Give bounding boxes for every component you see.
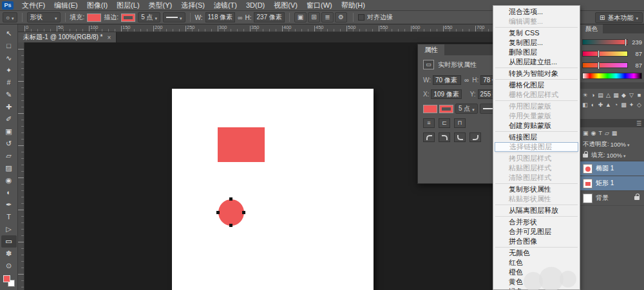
adjustment-icon-15[interactable]: ✦ [628,100,635,109]
context-menu-item-7[interactable]: 转换为智能对象 [493,69,580,78]
path-selection-tool[interactable]: ▷ [1,223,17,235]
menubar-item-5[interactable]: 类型(Y) [144,0,177,11]
link-wh-icon[interactable]: ∞ [463,77,470,84]
slider-thumb[interactable] [625,39,627,46]
layer-fill-value[interactable]: 100% [607,152,622,159]
move-tool[interactable]: ↖ [1,28,17,40]
slider-thumb[interactable] [598,50,600,58]
gradient-tool[interactable]: ▨ [1,162,17,174]
menubar-item-3[interactable]: 图像(I) [82,0,112,11]
blur-tool[interactable]: ◉ [1,174,17,186]
chevron-down-icon[interactable] [623,152,626,159]
menubar-item-11[interactable]: 帮助(H) [337,0,370,11]
ellipse-anchor-right[interactable] [242,211,245,214]
context-menu-item-28[interactable]: 绿色 [493,287,580,290]
adjustment-icon-16[interactable]: ◇ [636,100,643,109]
type-tool[interactable]: T [1,211,17,223]
path-arrange-icon[interactable]: ≣ [321,12,334,23]
context-menu-item-22[interactable]: 合并可见图层 [493,227,580,237]
prop-width-input[interactable]: 70 像素 [433,75,461,85]
marquee-tool[interactable]: □ [1,40,17,52]
context-menu-item-1[interactable]: 混合选项... [493,7,580,17]
document-canvas[interactable] [172,89,374,290]
properties-tab[interactable]: 属性 [418,44,444,55]
stroke-align-icon[interactable]: ≡ [423,118,435,128]
panel-menu-icon[interactable]: ☰ [636,120,641,127]
adjustment-icon-14[interactable]: ▩ [620,100,627,109]
adjustment-icon-6[interactable]: ◆ [620,91,627,100]
context-menu-item-4[interactable]: 复制图层... [493,38,580,48]
history-brush-tool[interactable]: ↺ [1,138,17,150]
menubar-item-4[interactable]: 图层(L) [112,0,144,11]
context-menu-item-25[interactable]: 红色 [493,258,580,267]
context-menu-item-20[interactable]: 从隔离图层释放 [493,206,580,215]
context-menu-item-23[interactable]: 拼合图像 [493,237,580,246]
gear-icon[interactable]: ⚙ [335,12,347,23]
filter-pixel-layers-icon[interactable]: ▣ [583,130,589,136]
filter-type-layers-icon[interactable]: T [598,130,602,136]
adjustment-icon-4[interactable]: △ [605,91,612,100]
context-menu-item-21[interactable]: 合并形状 [493,217,580,227]
workspace-switcher[interactable]: ⊞ 基本功能 [595,12,643,23]
eraser-tool[interactable]: ▱ [1,150,17,162]
layer-row[interactable]: 背景 [580,191,644,206]
ellipse-shape[interactable] [218,199,244,226]
menubar-item-9[interactable]: 视图(V) [269,0,302,11]
context-menu-item-8[interactable]: 栅格化图层 [493,80,580,90]
context-menu-item-3[interactable]: 复制 CSS [493,28,580,38]
layer-row[interactable]: 椭圆 1 [580,161,644,176]
healing-brush-tool[interactable]: ✚ [1,101,17,113]
blue-slider[interactable] [582,62,628,68]
prop-stroke-swatch[interactable] [439,105,453,113]
lock-icon[interactable] [583,154,588,158]
color-panel-tab[interactable]: 颜色 [580,24,603,33]
adjustment-icon-9[interactable]: ◧ [582,100,589,109]
prop-fill-swatch[interactable] [423,105,437,113]
stroke-swatch[interactable] [121,14,135,22]
link-dimensions-icon[interactable]: ∞ [238,14,242,21]
zoom-tool[interactable]: ⊙ [1,260,17,272]
red-slider[interactable] [582,39,628,45]
menubar-item-7[interactable]: 滤镜(T) [209,0,242,11]
prop-stroke-width-dropdown[interactable]: 5 点 [455,104,478,114]
filter-adjustment-layers-icon[interactable]: ◉ [591,130,596,136]
stroke-width-dropdown[interactable]: 5 点 [138,12,160,23]
context-menu-item-5[interactable]: 删除图层 [493,48,580,57]
dodge-tool[interactable]: ◐ [1,186,17,199]
context-menu-item-13[interactable]: 链接图层 [493,132,580,142]
rectangle-shape[interactable] [218,127,265,162]
adjustment-icon-8[interactable]: ■ [636,91,643,100]
adjustment-icon-7[interactable]: ▽ [628,91,635,100]
ellipse-anchor-top[interactable] [229,197,232,201]
corner-radius-top-left[interactable] [423,132,435,142]
lasso-tool[interactable]: ∿ [1,52,17,64]
context-menu-item-18[interactable]: 复制形状属性 [493,185,580,194]
context-menu-item-24[interactable]: 无颜色 [493,248,580,258]
chevron-down-icon[interactable] [627,141,630,148]
tool-mode-dropdown[interactable]: 形状 [27,12,61,23]
adjustment-icon-10[interactable]: ◐ [589,100,596,109]
menubar-item-10[interactable]: 窗口(W) [302,0,337,11]
path-operations-icon[interactable]: ▣ [294,12,307,23]
corner-radius-top-right[interactable] [439,132,450,142]
ellipse-anchor-bottom[interactable] [229,224,232,227]
adjustment-icon-2[interactable]: ◑ [589,91,596,100]
context-menu-item-6[interactable]: 从图层建立组... [493,57,580,67]
menubar-item-6[interactable]: 选择(S) [176,0,209,11]
document-tab[interactable]: 未标题-1 @ 100%(RGB/8) * × [18,32,117,42]
stroke-corners-icon[interactable]: ⊓ [454,118,466,128]
foreground-color-swatch[interactable] [3,275,10,282]
brush-tool[interactable]: ✐ [1,113,17,125]
tool-preset-picker[interactable]: ○ [3,12,17,23]
height-input[interactable]: 237 像素 [254,12,284,23]
prop-x-input[interactable]: 109 像素 [431,89,461,99]
crop-tool[interactable]: # [1,77,17,89]
layer-row[interactable]: 矩形 1 [580,176,644,191]
align-edges-checkbox[interactable] [358,14,365,21]
filter-smart-objects-icon[interactable]: ▦ [612,130,618,136]
color-spectrum-bar[interactable] [582,73,642,79]
adjustment-icon-11[interactable]: ✚ [597,100,604,109]
path-alignment-icon[interactable]: ⊞ [308,12,320,23]
green-slider[interactable] [582,51,628,57]
corner-radius-bottom-left[interactable] [454,132,466,142]
